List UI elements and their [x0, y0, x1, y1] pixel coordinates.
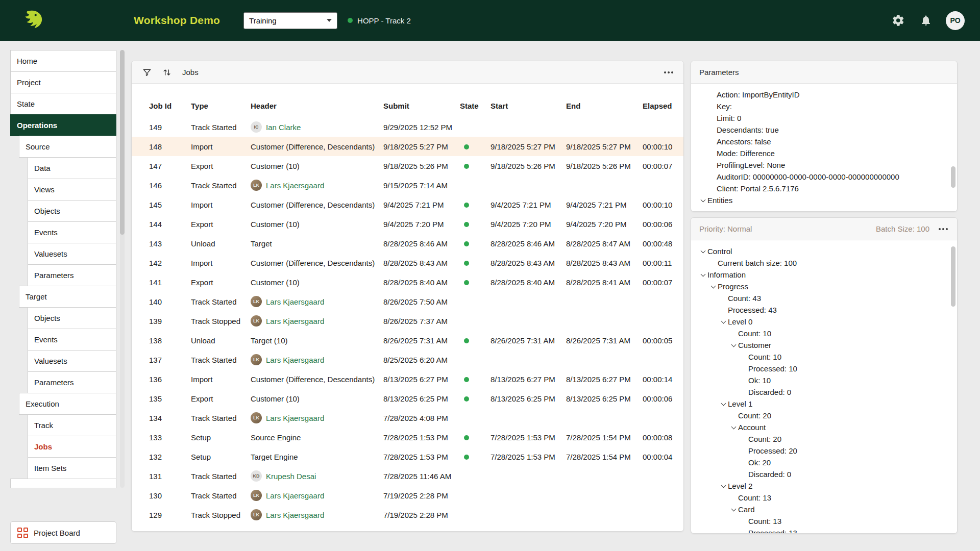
- job-row[interactable]: 144 Export Customer (10) 9/4/2025 7:20 P…: [132, 214, 683, 234]
- chevron-down-icon[interactable]: [729, 344, 738, 346]
- job-row[interactable]: 128 Setup 7/10/2025 5:48 PM 7/10/2025 5:…: [132, 524, 683, 532]
- job-elapsed: 00:00:07: [643, 162, 676, 170]
- sidebar-item[interactable]: Target: [19, 286, 116, 308]
- chevron-down-icon[interactable]: [698, 251, 707, 253]
- user-link[interactable]: Ian Clarke: [266, 123, 301, 132]
- column-header[interactable]: End: [566, 102, 643, 110]
- user-link[interactable]: Lars Kjaersgaard: [266, 511, 324, 519]
- scrollbar-thumb[interactable]: [951, 166, 955, 188]
- chevron-down-icon[interactable]: [729, 427, 738, 429]
- user-chip: LK Lars Kjaersgaard: [251, 315, 383, 327]
- job-row[interactable]: 134 Track Started LK Lars Kjaersgaard 7/…: [132, 408, 683, 428]
- chevron-down-icon[interactable]: [719, 485, 728, 487]
- column-header[interactable]: Type: [191, 102, 251, 110]
- user-link[interactable]: Lars Kjaersgaard: [266, 317, 324, 325]
- job-row[interactable]: 138 Unload Target (10) 8/26/2025 7:31 AM…: [132, 331, 683, 350]
- tree-node-label: Level 1: [728, 399, 752, 408]
- chevron-down-icon[interactable]: [698, 199, 707, 202]
- job-row[interactable]: 142 Import Customer (Difference, Descend…: [132, 253, 683, 272]
- job-row[interactable]: 148 Import Customer (Difference, Descend…: [132, 137, 683, 156]
- sidebar-item[interactable]: Data: [28, 157, 116, 179]
- sidebar-item[interactable]: Objects: [28, 200, 116, 222]
- chevron-down-icon[interactable]: [708, 286, 718, 288]
- project-board-button[interactable]: Project Board: [10, 521, 116, 544]
- app-logo[interactable]: [20, 9, 44, 32]
- user-link[interactable]: Lars Kjaersgaard: [266, 491, 324, 500]
- scrollbar-thumb[interactable]: [120, 50, 125, 235]
- user-avatar[interactable]: PO: [946, 11, 965, 30]
- job-row[interactable]: 147 Export Customer (10) 9/18/2025 5:26 …: [132, 156, 683, 176]
- priority-more-button[interactable]: [938, 227, 949, 231]
- job-row[interactable]: 145 Import Customer (Difference, Descend…: [132, 195, 683, 214]
- chevron-down-icon[interactable]: [698, 274, 707, 276]
- job-row[interactable]: 135 Export Customer (10) 8/13/2025 6:25 …: [132, 389, 683, 408]
- column-header[interactable]: State: [460, 102, 491, 110]
- job-row[interactable]: 131 Track Started KD Krupesh Desai 7/28/…: [132, 466, 683, 486]
- chevron-down-icon[interactable]: [729, 509, 738, 511]
- notifications-button[interactable]: [918, 13, 934, 28]
- environment-select[interactable]: Training: [243, 12, 337, 29]
- user-link[interactable]: Lars Kjaersgaard: [266, 414, 324, 422]
- job-elapsed: 00:00:48: [643, 239, 676, 248]
- sidebar-item[interactable]: Project: [10, 71, 116, 93]
- parameters-title: Parameters: [699, 68, 739, 77]
- job-row[interactable]: 136 Import Customer (Difference, Descend…: [132, 369, 683, 389]
- job-row[interactable]: 137 Track Started LK Lars Kjaersgaard 8/…: [132, 350, 683, 369]
- sidebar-item[interactable]: Parameters: [28, 371, 116, 393]
- sidebar-item[interactable]: Home: [10, 50, 116, 72]
- sidebar-item[interactable]: Track: [28, 414, 116, 436]
- filter-button[interactable]: [141, 66, 153, 79]
- jobs-more-button[interactable]: [663, 70, 674, 74]
- column-header[interactable]: Start: [491, 102, 566, 110]
- user-link[interactable]: Lars Kjaersgaard: [266, 356, 324, 364]
- tree-node-label: Processed: 13: [748, 529, 797, 534]
- tree-node-label: Progress: [718, 282, 748, 291]
- job-row[interactable]: 130 Track Started LK Lars Kjaersgaard 7/…: [132, 486, 683, 505]
- user-link[interactable]: Lars Kjaersgaard: [266, 181, 324, 190]
- chevron-down-icon[interactable]: [719, 321, 728, 323]
- sidebar-item[interactable]: Valuesets: [28, 350, 116, 372]
- chevron-down-icon[interactable]: [719, 403, 728, 405]
- sidebar-item[interactable]: Jobs: [28, 436, 116, 458]
- job-row[interactable]: 141 Export Customer (10) 8/28/2025 8:40 …: [132, 272, 683, 292]
- sidebar-item[interactable]: Item Sets: [28, 457, 116, 479]
- user-link[interactable]: Lars Kjaersgaard: [266, 297, 324, 306]
- sidebar-item[interactable]: Events: [28, 329, 116, 350]
- user-link[interactable]: Krupesh Desai: [266, 472, 316, 481]
- sidebar-item[interactable]: Valuesets: [28, 243, 116, 265]
- job-header-text: Target Engine: [251, 453, 298, 461]
- entities-node[interactable]: Entities: [691, 194, 957, 206]
- sidebar-item[interactable]: Parameters: [28, 264, 116, 286]
- sidebar-item[interactable]: Execution: [19, 393, 116, 415]
- sidebar-scrollbar[interactable]: [120, 50, 125, 488]
- user-chip: IC Ian Clarke: [251, 121, 383, 133]
- sidebar-item[interactable]: State: [10, 93, 116, 115]
- settings-button[interactable]: [891, 13, 906, 28]
- sidebar-item[interactable]: Operations: [10, 114, 116, 136]
- job-row[interactable]: 129 Track Stopped LK Lars Kjaersgaard 7/…: [132, 505, 683, 524]
- sort-button[interactable]: [161, 66, 173, 79]
- parameters-header: Parameters: [691, 61, 957, 84]
- scrollbar-thumb[interactable]: [951, 246, 955, 307]
- state-ok-icon: [464, 377, 469, 382]
- sidebar-item[interactable]: Objects: [28, 307, 116, 329]
- column-header[interactable]: Elapsed: [643, 102, 676, 110]
- sidebar-item[interactable]: Views: [28, 179, 116, 201]
- job-row[interactable]: 139 Track Stopped LK Lars Kjaersgaard 8/…: [132, 311, 683, 331]
- sidebar-item[interactable]: Source: [19, 136, 116, 158]
- job-row[interactable]: 133 Setup Source Engine 7/28/2025 1:53 P…: [132, 428, 683, 447]
- job-row[interactable]: 140 Track Started LK Lars Kjaersgaard 8/…: [132, 292, 683, 311]
- sidebar-item-label: Source: [26, 142, 50, 151]
- sidebar-item[interactable]: Events: [28, 221, 116, 243]
- column-header[interactable]: Submit: [383, 102, 460, 110]
- column-header[interactable]: Header: [251, 102, 383, 110]
- sidebar-item[interactable]: [10, 479, 116, 488]
- job-type: Setup: [191, 530, 251, 532]
- job-row[interactable]: 143 Unload Target 8/28/2025 8:46 AM 8/28…: [132, 234, 683, 253]
- job-row[interactable]: 146 Track Started LK Lars Kjaersgaard 9/…: [132, 176, 683, 195]
- tree-node-label: Count: 20: [748, 435, 781, 443]
- job-row[interactable]: 132 Setup Target Engine 7/28/2025 1:53 P…: [132, 447, 683, 466]
- tree-node: Discarded: 0: [691, 468, 957, 480]
- column-header[interactable]: Job Id: [149, 102, 191, 110]
- job-row[interactable]: 149 Track Started IC Ian Clarke 9/29/202…: [132, 117, 683, 137]
